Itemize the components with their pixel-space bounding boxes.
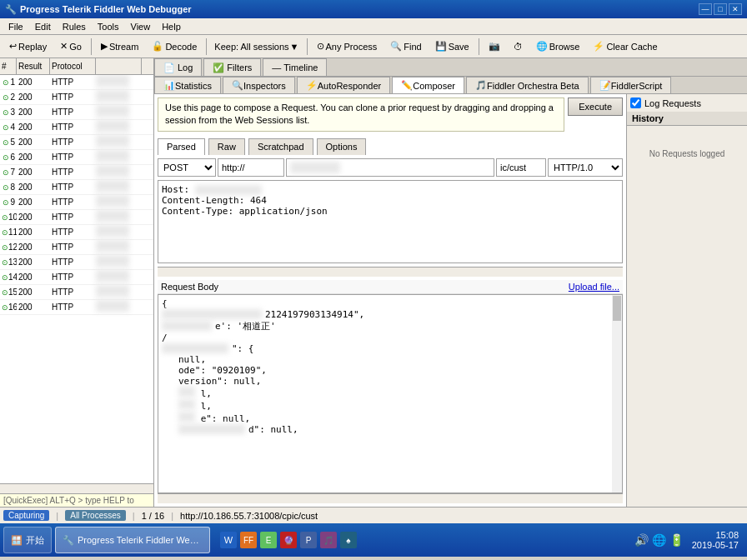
body-line-9: l, — [162, 387, 619, 399]
body-line-12: d": null, — [162, 424, 619, 435]
tab-inspectors[interactable]: 🔍 Inspectors — [223, 77, 295, 93]
app-icon-2[interactable]: FF — [240, 532, 257, 548]
session-row[interactable]: ⊙11 200 HTTP — [0, 225, 153, 240]
session-row[interactable]: ⊙12 200 HTTP — [0, 240, 153, 255]
keep-dropdown[interactable]: Keep: All sessions ▼ — [210, 39, 303, 54]
menu-view[interactable]: View — [126, 20, 156, 33]
session-result: 200 — [17, 135, 50, 149]
session-list-header: # Result Protocol — [0, 58, 153, 75]
timer-button[interactable]: ⏱ — [508, 39, 529, 54]
session-protocol: HTTP — [50, 165, 96, 179]
find-button[interactable]: 🔍 Find — [384, 38, 427, 54]
replay-button[interactable]: ↩ Replay — [3, 38, 53, 54]
toolbar-sep-3 — [307, 38, 308, 55]
session-row[interactable]: ⊙8 200 HTTP — [0, 180, 153, 195]
app-icon-7[interactable]: ♠ — [340, 532, 357, 548]
menu-rules[interactable]: Rules — [58, 20, 91, 33]
headers-h-scrollbar[interactable] — [158, 267, 623, 277]
session-h-scrollbar[interactable] — [0, 483, 153, 493]
session-list[interactable]: ⊙1 200 HTTP ⊙2 200 HTTP ⊙3 200 HTTP ⊙4 2… — [0, 75, 153, 483]
url-host[interactable] — [286, 158, 494, 177]
session-row[interactable]: ⊙7 200 HTTP — [0, 165, 153, 180]
tab-composer[interactable]: ✏️ Composer — [392, 77, 464, 93]
tray-icon-3[interactable]: 🔋 — [669, 533, 684, 547]
window-controls[interactable]: — □ ✕ — [699, 3, 742, 15]
body-line-11: e": null, — [162, 412, 619, 424]
sub-tab-scratchpad[interactable]: Scratchpad — [248, 138, 313, 155]
start-button[interactable]: 🪟 开始 — [3, 527, 52, 553]
headers-area[interactable]: Host: Content-Length: 464 Content-Type: … — [158, 180, 623, 263]
go-button[interactable]: ✕ Go — [54, 38, 88, 54]
sub-tab-options[interactable]: Options — [317, 138, 367, 155]
menu-edit[interactable]: Edit — [30, 20, 56, 33]
session-status-icon: ⊙ — [2, 197, 10, 208]
minimize-button[interactable]: — — [699, 3, 712, 15]
session-result: 200 — [17, 165, 50, 179]
stream-icon: ▶ — [101, 41, 108, 52]
menu-file[interactable]: File — [3, 20, 28, 33]
clear-cache-button[interactable]: ⚡ Clear Cache — [587, 38, 663, 54]
status-sep-3: | — [171, 511, 173, 521]
session-row[interactable]: ⊙14 200 HTTP — [0, 270, 153, 285]
tray-icon-1[interactable]: 🔊 — [634, 533, 649, 547]
session-num: ⊙8 — [0, 180, 17, 194]
session-status-icon: ⊙ — [2, 137, 10, 148]
app-icon-4[interactable]: 🔮 — [280, 532, 297, 548]
tab-statistics[interactable]: 📊 Statistics — [154, 77, 221, 93]
tab-log[interactable]: 📄 Log — [154, 58, 202, 76]
app-icon-5[interactable]: P — [300, 532, 317, 548]
tab-fiddler-script[interactable]: 📝 FiddlerScript — [590, 77, 672, 93]
menu-help[interactable]: Help — [157, 20, 186, 33]
session-host — [96, 180, 129, 192]
session-protocol: HTTP — [50, 195, 96, 209]
session-status-icon: ⊙ — [2, 242, 8, 253]
tab-timeline[interactable]: — Timeline — [263, 58, 327, 76]
session-row[interactable]: ⊙2 200 HTTP — [0, 90, 153, 105]
session-row[interactable]: ⊙13 200 HTTP — [0, 255, 153, 270]
maximize-button[interactable]: □ — [714, 3, 727, 15]
col-num: # — [0, 58, 17, 74]
body-area[interactable]: { 2124197903134914", e': '相道正' / ": { n — [158, 294, 623, 493]
save-button[interactable]: 💾 Save — [429, 38, 475, 54]
session-row[interactable]: ⊙16 200 HTTP — [0, 300, 153, 315]
execute-button[interactable]: Execute — [568, 98, 623, 116]
all-processes-badge[interactable]: All Processes — [65, 510, 126, 521]
tab-autoresponder[interactable]: ⚡ AutoResponder — [297, 77, 390, 93]
tab-fiddler-orchestra[interactable]: 🎵 Fiddler Orchestra Beta — [466, 77, 589, 93]
decode-button[interactable]: 🔓 Decode — [146, 38, 203, 54]
app-icon-3[interactable]: E — [260, 532, 277, 548]
body-h-scrollbar[interactable] — [158, 493, 623, 503]
capturing-badge[interactable]: Capturing — [3, 510, 49, 521]
menu-tools[interactable]: Tools — [93, 20, 124, 33]
any-process-button[interactable]: ⊙ Any Process — [311, 38, 384, 54]
close-button[interactable]: ✕ — [729, 3, 742, 15]
session-row[interactable]: ⊙6 200 HTTP — [0, 150, 153, 165]
session-row[interactable]: ⊙9 200 HTTP — [0, 195, 153, 210]
app-icon-1[interactable]: W — [220, 532, 237, 548]
tray-icon-2[interactable]: 🌐 — [652, 533, 666, 547]
stream-button[interactable]: ▶ Stream — [95, 38, 144, 54]
tab-filters[interactable]: ✅ Filters — [203, 58, 261, 76]
sub-tab-parsed[interactable]: Parsed — [158, 138, 205, 155]
browse-button[interactable]: 🌐 Browse — [530, 38, 586, 54]
session-row[interactable]: ⊙15 200 HTTP — [0, 285, 153, 300]
log-requests-checkbox[interactable] — [630, 98, 641, 108]
upload-link[interactable]: Upload file... — [569, 282, 619, 292]
sub-tab-raw[interactable]: Raw — [208, 138, 245, 155]
screenshot-button[interactable]: 📷 — [483, 38, 506, 54]
session-row[interactable]: ⊙1 200 HTTP — [0, 75, 153, 90]
taskbar-left: 🪟 开始 🔧 Progress Telerik Fiddler Web Debu… — [3, 527, 357, 553]
session-row[interactable]: ⊙10 200 HTTP — [0, 210, 153, 225]
app-icon-6[interactable]: 🎵 — [320, 532, 337, 548]
session-result: 200 — [17, 90, 50, 104]
session-row[interactable]: ⊙5 200 HTTP — [0, 135, 153, 150]
method-select[interactable]: POST GET PUT DELETE — [158, 158, 216, 177]
header-content-type: Content-Type: application/json — [162, 206, 619, 217]
protocol-select[interactable]: HTTP/1.0 HTTP/1.1 — [548, 158, 623, 177]
session-row[interactable]: ⊙3 200 HTTP — [0, 105, 153, 120]
session-row[interactable]: ⊙4 200 HTTP — [0, 120, 153, 135]
url-path[interactable]: ic/cust — [496, 158, 546, 177]
menu-bar: File Edit Rules Tools View Help — [0, 18, 747, 35]
body-v-scrollbar[interactable] — [612, 295, 622, 492]
active-app-button[interactable]: 🔧 Progress Telerik Fiddler Web Debugger — [55, 527, 210, 553]
